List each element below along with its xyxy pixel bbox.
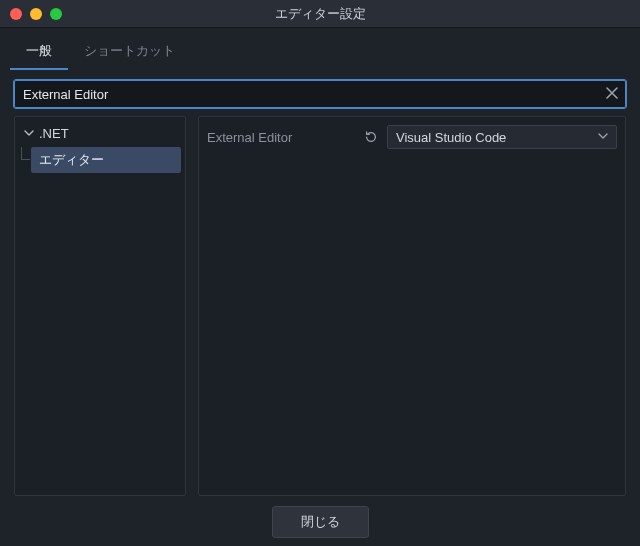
category-tree: .NET エディター xyxy=(14,116,186,496)
property-row: External Editor Visual Studio Code xyxy=(207,123,617,151)
search-input[interactable] xyxy=(14,80,626,108)
tree-item-editor[interactable]: エディター xyxy=(31,147,181,173)
close-window-button[interactable] xyxy=(10,8,22,20)
chevron-down-icon xyxy=(598,130,608,144)
external-editor-dropdown[interactable]: Visual Studio Code xyxy=(387,125,617,149)
reset-icon[interactable] xyxy=(363,130,379,144)
properties-panel: External Editor Visual Studio Code xyxy=(198,116,626,496)
dropdown-value: Visual Studio Code xyxy=(396,130,506,145)
zoom-window-button[interactable] xyxy=(50,8,62,20)
property-label-wrap: External Editor xyxy=(207,130,387,145)
window-controls xyxy=(0,8,62,20)
tree-category-dotnet[interactable]: .NET xyxy=(19,123,181,144)
tab-bar: 一般 ショートカット xyxy=(0,28,640,70)
content-area: .NET エディター External Editor Visual Studio… xyxy=(0,116,640,496)
chevron-down-icon xyxy=(23,126,35,141)
tab-shortcuts[interactable]: ショートカット xyxy=(68,34,191,70)
tree-item-label: エディター xyxy=(39,152,104,167)
titlebar: エディター設定 xyxy=(0,0,640,28)
search-wrapper xyxy=(14,80,626,108)
window-title: エディター設定 xyxy=(0,5,640,23)
tab-general[interactable]: 一般 xyxy=(10,34,68,70)
minimize-window-button[interactable] xyxy=(30,8,42,20)
tree-category-label: .NET xyxy=(39,126,69,141)
clear-search-icon[interactable] xyxy=(606,87,618,101)
footer: 閉じる xyxy=(0,496,640,546)
close-button[interactable]: 閉じる xyxy=(272,506,369,538)
property-label: External Editor xyxy=(207,130,292,145)
